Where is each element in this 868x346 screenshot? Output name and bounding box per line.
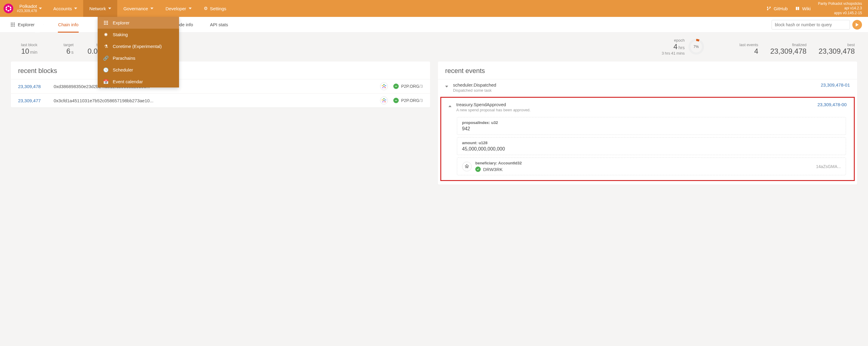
svg-point-13 (384, 87, 386, 88)
chevron-down-icon (108, 7, 111, 9)
stat-epoch-label: epoch (674, 38, 684, 42)
nav-settings[interactable]: ⚙ Settings (198, 0, 232, 17)
dropdown-staking-label: Staking (113, 32, 128, 37)
nav-accounts-label: Accounts (53, 6, 72, 11)
event-id-link[interactable]: 23,309,478-01 (821, 82, 850, 87)
stat-last-events-label: last events (740, 42, 758, 47)
git-branch-icon (767, 6, 771, 11)
dropdown-parachains-label: Parachains (113, 56, 135, 61)
github-link[interactable]: GitHub (767, 6, 788, 11)
grid-icon (11, 23, 15, 27)
block-number[interactable]: 23,309,477 (18, 98, 48, 103)
event-desc: A new spend proposal has been approved. (456, 108, 814, 112)
dropdown-event-calendar[interactable]: 📅 Event calendar (98, 76, 179, 87)
nav-governance-label: Governance (123, 6, 148, 11)
dropdown-scheduler[interactable]: 🕓 Scheduler (98, 64, 179, 76)
svg-point-0 (7, 5, 10, 7)
nav-network[interactable]: Network (83, 0, 117, 17)
topbar-right: GitHub Wiki Parity Polkadot vchopsticks … (767, 1, 864, 16)
topbar: Polkadot #23,309,478 Accounts Network Go… (0, 0, 868, 17)
stat-epoch-hours: 4 (674, 42, 678, 51)
dropdown-coretime-label: Coretime (Experimental) (113, 44, 162, 49)
svg-point-2 (5, 6, 7, 9)
tab-api-stats[interactable]: API stats (203, 17, 236, 33)
nav-network-label: Network (89, 6, 106, 11)
svg-point-11 (385, 85, 386, 86)
dropdown-coretime[interactable]: ⚗ Coretime (Experimental) (98, 40, 179, 52)
chain-selector[interactable]: Polkadot #23,309,478 (17, 4, 37, 13)
stat-target-label: target (64, 42, 73, 47)
subnav-explorer[interactable]: Explorer (6, 17, 39, 33)
book-icon (795, 6, 800, 11)
stat-best-label: best (847, 42, 855, 47)
wiki-link[interactable]: Wiki (795, 6, 811, 11)
account-identicon (462, 162, 472, 171)
svg-point-29 (467, 167, 468, 168)
param-beneficiary: beneficiary: AccountId32 DRW3RK 14aZsGMA… (457, 157, 846, 175)
block-hash: 0x3cfd1a4511031e7b52c058657198bb273ae10.… (54, 98, 375, 103)
nav-accounts[interactable]: Accounts (47, 0, 84, 17)
stat-epoch-sub-mins-unit: mins (676, 51, 684, 56)
epoch-pct: 7% (693, 45, 699, 49)
beneficiary-address: 14aZsGMA... (816, 164, 841, 169)
certificate-icon: ✺ (103, 32, 108, 37)
dropdown-event-calendar-label: Event calendar (113, 79, 143, 84)
dropdown-parachains[interactable]: 🔗 Parachains (98, 52, 179, 64)
recent-events-panel: recent events scheduler.Dispatched Dispa… (438, 61, 857, 184)
block-search-input[interactable] (772, 20, 850, 30)
version-line3: apps v0.145.2-15 (818, 11, 862, 16)
tab-chain-info[interactable]: Chain info (51, 17, 86, 33)
svg-point-14 (383, 86, 384, 87)
stat-best-value: 23,309,478 (818, 47, 855, 56)
dropdown-staking[interactable]: ✺ Staking (98, 29, 179, 40)
polkadot-logo[interactable] (4, 4, 13, 13)
stat-last-block-label: last block (21, 42, 37, 47)
param-label: amount: u128 (462, 141, 841, 145)
param-value: 45,000,000,000,000 (462, 146, 841, 152)
stat-epoch-sub-hours: 3 (662, 51, 664, 56)
stat-epoch: epoch 4hrs 3 hrs 41 mins 7% (662, 38, 704, 56)
recent-blocks-heading: recent blocks (11, 61, 430, 79)
verified-icon (393, 84, 399, 89)
stat-epoch-sub-hours-unit: hrs (665, 51, 670, 56)
dropdown-explorer[interactable]: Explorer (98, 17, 179, 29)
param-label: beneficiary: AccountId32 (475, 161, 812, 165)
dropdown-scheduler-label: Scheduler (113, 67, 133, 73)
event-params: proposalIndex: u32 942 amount: u128 45,0… (441, 115, 854, 176)
event-expand-toggle[interactable] (448, 103, 453, 108)
svg-point-9 (383, 84, 384, 85)
param-label: proposalIndex: u32 (462, 120, 841, 125)
event-collapse-toggle[interactable] (445, 84, 450, 88)
chevron-down-icon (39, 7, 42, 9)
event-title: scheduler.Dispatched (453, 82, 817, 87)
stat-target-unit: s (71, 50, 74, 55)
param-amount: amount: u128 45,000,000,000,000 (457, 137, 846, 155)
tab-chain-info-label: Chain info (58, 22, 79, 27)
nav-settings-label: Settings (210, 6, 226, 11)
recent-events-heading: recent events (438, 61, 857, 79)
svg-point-17 (383, 98, 384, 99)
stat-finalized: finalized 23,309,478 (770, 42, 807, 56)
verified-icon (475, 167, 481, 172)
nav-developer[interactable]: Developer (159, 0, 197, 17)
block-number[interactable]: 23,309,478 (18, 84, 48, 89)
validator-name: P2P.ORG/3 (401, 84, 423, 89)
event-row: treasury.SpendApproved A new spend propo… (441, 99, 854, 115)
recent-blocks-panel: recent blocks 23,309,478 0xd386898350e23… (11, 61, 430, 107)
svg-point-5 (9, 6, 11, 9)
wiki-label: Wiki (802, 6, 811, 11)
validator-badge: P2P.ORG/3 (393, 98, 423, 103)
nav-governance[interactable]: Governance (117, 0, 159, 17)
stat-target-value: 6 (66, 47, 70, 56)
search-submit-button[interactable] (852, 20, 862, 30)
event-id-link[interactable]: 23,309,478-00 (817, 102, 846, 107)
calendar-icon: 📅 (103, 79, 108, 84)
svg-point-12 (382, 87, 383, 88)
grid-icon (103, 21, 108, 25)
svg-point-7 (767, 9, 768, 10)
stat-best: best 23,309,478 (818, 42, 855, 56)
block-row[interactable]: 23,309,478 0xd386898350e23d2b24fae12fcb0… (11, 79, 430, 93)
chevron-down-icon (150, 7, 153, 9)
block-row[interactable]: 23,309,477 0x3cfd1a4511031e7b52c05865719… (11, 93, 430, 107)
github-label: GitHub (774, 6, 788, 11)
